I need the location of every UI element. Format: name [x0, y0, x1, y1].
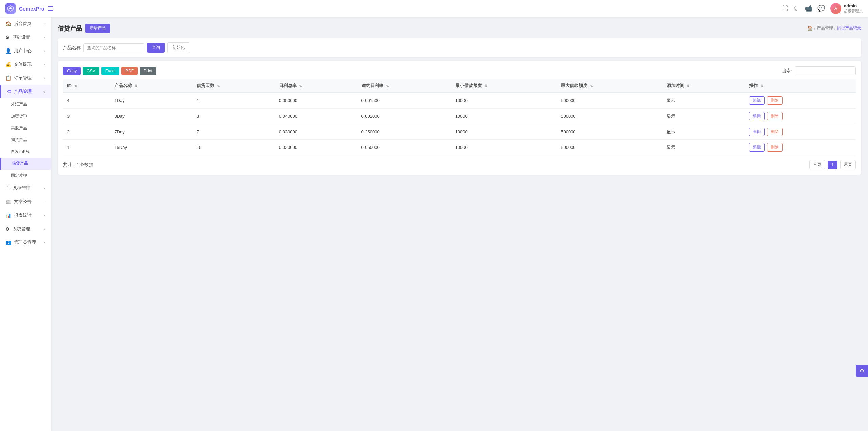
chevron-icon: ‹ — [44, 187, 45, 190]
chevron-icon: ‹ — [44, 76, 45, 80]
print-button[interactable]: Print — [140, 67, 156, 75]
copy-button[interactable]: Copy — [63, 67, 81, 75]
sort-icon-min-amount: ⇅ — [484, 84, 487, 88]
col-id[interactable]: ID ⇅ — [63, 79, 110, 93]
delete-button[interactable]: 删除 — [767, 112, 783, 120]
sidebar-item-dashboard[interactable]: 🏠后台首页 ‹ — [0, 17, 51, 31]
sort-icon-add-time: ⇅ — [687, 84, 689, 88]
cell-max-amount: 500000 — [557, 124, 663, 140]
sidebar-item-fixed-pledge[interactable]: 固定质押 — [0, 170, 51, 181]
sidebar-item-recharge[interactable]: 💰充值提现 ‹ — [0, 58, 51, 71]
delete-button[interactable]: 删除 — [767, 128, 783, 136]
cell-min-amount: 10000 — [451, 124, 557, 140]
delete-button[interactable]: 删除 — [767, 96, 783, 105]
col-overdue-rate[interactable]: 逾约日利率 ⇅ — [357, 79, 451, 93]
cell-op: 编辑 删除 — [745, 93, 856, 109]
col-days[interactable]: 借贷天数 ⇅ — [193, 79, 275, 93]
sidebar-item-us-stocks[interactable]: 美股产品 — [0, 122, 51, 134]
gear-float-button[interactable]: ⚙ — [856, 365, 868, 377]
sidebar-item-loan-product[interactable]: 借贷产品 — [0, 158, 51, 170]
sidebar-item-product-mgmt[interactable]: 🏷产品管理 ∨ — [0, 85, 51, 98]
sidebar-item-order[interactable]: 📋订单管理 ‹ — [0, 71, 51, 85]
cell-daily-rate: 0.050000 — [275, 93, 357, 109]
cell-name: 7Day — [110, 124, 193, 140]
fullscreen-icon[interactable]: ⛶ — [782, 5, 788, 12]
screen-share-icon[interactable]: 📹 — [805, 5, 812, 12]
darkmode-icon[interactable]: ☾ — [794, 5, 799, 12]
risk-icon: 🛡 — [5, 185, 10, 191]
col-name[interactable]: 产品名称 ⇅ — [110, 79, 193, 93]
cell-op: 编辑 删除 — [745, 109, 856, 124]
cell-id: 2 — [63, 124, 110, 140]
sidebar-item-user-center[interactable]: 👤用户中心 ‹ — [0, 44, 51, 58]
cell-min-amount: 10000 — [451, 109, 557, 124]
excel-button[interactable]: Excel — [101, 67, 119, 75]
report-icon: 📊 — [5, 213, 11, 218]
sidebar-item-forex[interactable]: 外汇产品 — [0, 98, 51, 110]
filter-row: 产品名称 查询 初始化 — [58, 38, 861, 57]
sidebar-item-admin-mgmt[interactable]: 👥管理员管理 ‹ — [0, 236, 51, 249]
last-page-button[interactable]: 尾页 — [840, 160, 856, 169]
loan-product-table: ID ⇅ 产品名称 ⇅ 借贷天数 ⇅ 日利息率 ⇅ 逾约日利率 ⇅ 最小借款额度… — [63, 79, 856, 155]
edit-button[interactable]: 编辑 — [749, 112, 765, 120]
cell-daily-rate: 0.040000 — [275, 109, 357, 124]
cell-daily-rate: 0.030000 — [275, 124, 357, 140]
cell-overdue-rate: 0.001500 — [357, 93, 451, 109]
sidebar-item-report[interactable]: 📊报表统计 ‹ — [0, 209, 51, 222]
sidebar-item-article[interactable]: 📰文章公告 ‹ — [0, 195, 51, 209]
pdf-button[interactable]: PDF — [121, 67, 138, 75]
delete-button[interactable]: 删除 — [767, 143, 783, 152]
page-1-button[interactable]: 1 — [828, 161, 837, 169]
edit-button[interactable]: 编辑 — [749, 96, 765, 105]
cell-days: 1 — [193, 93, 275, 109]
breadcrumb-product-mgmt: 产品管理 — [817, 25, 833, 31]
col-add-time[interactable]: 添加时间 ⇅ — [663, 79, 745, 93]
chevron-icon: ‹ — [44, 200, 45, 204]
user-info: admin 超级管理员 — [844, 3, 863, 14]
user-area[interactable]: A admin 超级管理员 — [830, 3, 863, 14]
table-search-input[interactable] — [795, 66, 856, 75]
csv-button[interactable]: CSV — [83, 67, 99, 75]
edit-button[interactable]: 编辑 — [749, 143, 765, 152]
sidebar-item-sys-mgmt[interactable]: ⚙系统管理 ‹ — [0, 222, 51, 236]
sort-icon-id: ⇅ — [74, 84, 77, 88]
search-label: 搜索: — [782, 68, 792, 74]
notification-icon[interactable]: 💬 — [817, 5, 825, 12]
sidebar-item-crypto[interactable]: 加密货币 — [0, 110, 51, 122]
user-icon: 👤 — [5, 48, 11, 54]
sidebar-item-basic-settings[interactable]: ⚙基础设置 ‹ — [0, 31, 51, 44]
chevron-icon: ‹ — [44, 227, 45, 231]
breadcrumb: 🏠 / 产品管理 / 借贷产品记录 — [807, 25, 861, 31]
col-op[interactable]: 操作 ⇅ — [745, 79, 856, 93]
sort-icon-days: ⇅ — [217, 84, 220, 88]
filter-input[interactable] — [83, 43, 144, 52]
sidebar-item-futures[interactable]: 期货产品 — [0, 134, 51, 146]
sidebar-item-risk-mgmt[interactable]: 🛡风控管理 ‹ — [0, 181, 51, 195]
page-header: 借贷产品 新增产品 🏠 / 产品管理 / 借贷产品记录 — [58, 24, 861, 33]
header-right: ⛶ ☾ 📹 💬 A admin 超级管理员 — [782, 3, 863, 14]
page-title-area: 借贷产品 新增产品 — [58, 24, 110, 33]
table-row: 2 7Day 7 0.030000 0.250000 10000 500000 … — [63, 124, 856, 140]
cell-name: 15Day — [110, 140, 193, 155]
cell-id: 3 — [63, 109, 110, 124]
toolbar-row: Copy CSV Excel PDF Print 搜索: — [63, 66, 856, 75]
edit-button[interactable]: 编辑 — [749, 128, 765, 136]
query-button[interactable]: 查询 — [147, 43, 165, 53]
col-min-amount[interactable]: 最小借款额度 ⇅ — [451, 79, 557, 93]
hamburger-icon[interactable]: ☰ — [48, 5, 53, 12]
cell-daily-rate: 0.020000 — [275, 140, 357, 155]
table-row: 1 15Day 15 0.020000 0.050000 10000 50000… — [63, 140, 856, 155]
cell-overdue-rate: 0.050000 — [357, 140, 451, 155]
reset-button[interactable]: 初始化 — [167, 42, 190, 53]
new-product-button[interactable]: 新增产品 — [85, 24, 110, 33]
table-card: Copy CSV Excel PDF Print 搜索: ID ⇅ 产品名称 ⇅ — [58, 61, 861, 175]
cell-name: 1Day — [110, 93, 193, 109]
col-daily-rate[interactable]: 日利息率 ⇅ — [275, 79, 357, 93]
cell-days: 7 — [193, 124, 275, 140]
col-max-amount[interactable]: 最大借款额度 ⇅ — [557, 79, 663, 93]
first-page-button[interactable]: 首页 — [809, 160, 825, 169]
sidebar-item-crypto-kline[interactable]: 自发币K线 — [0, 146, 51, 158]
article-icon: 📰 — [5, 199, 11, 204]
cell-max-amount: 500000 — [557, 140, 663, 155]
sys-icon: ⚙ — [5, 226, 10, 232]
